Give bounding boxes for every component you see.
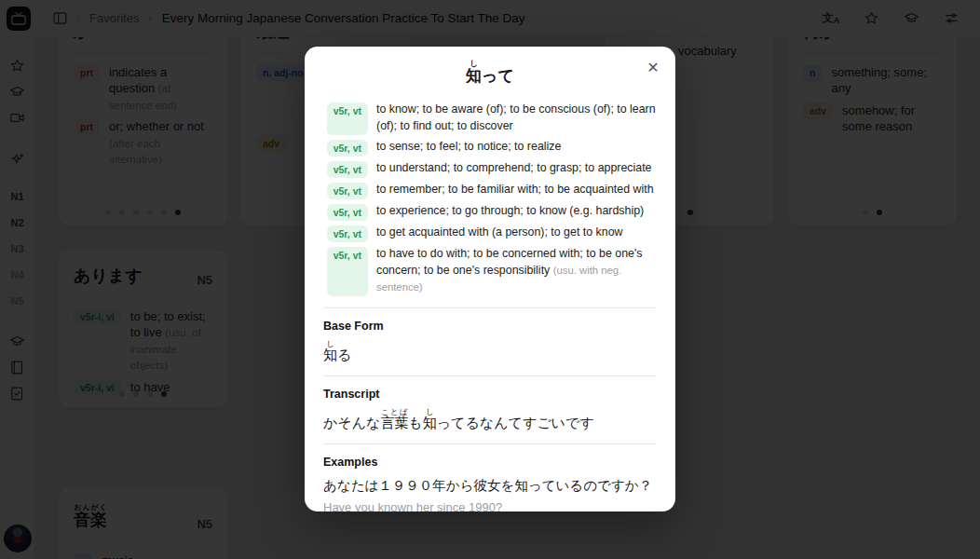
examples-label: Examples — [323, 456, 657, 469]
definition-row: v5r, vt to understand; to comprehend; to… — [323, 160, 657, 178]
definition-row: v5r, vt to sense; to feel; to notice; to… — [323, 139, 657, 157]
pos-tag: v5r, vt — [327, 225, 368, 242]
definition-text: to understand; to comprehend; to grasp; … — [376, 160, 652, 178]
pos-tag: v5r, vt — [327, 161, 368, 178]
pos-tag: v5r, vt — [327, 247, 368, 296]
section-divider — [323, 375, 657, 376]
pos-tag: v5r, vt — [327, 204, 368, 221]
definition-row: v5r, vt to remember; to be familiar with… — [323, 182, 657, 199]
close-icon[interactable]: ✕ — [643, 57, 663, 77]
word-title: 知しって — [323, 60, 657, 87]
definition-text: to sense; to feel; to notice; to realize — [376, 139, 561, 157]
definition-row: v5r, vt to experience; to go through; to… — [323, 203, 657, 221]
pos-tag: v5r, vt — [327, 102, 368, 135]
definition-text: to get acquainted with (a person); to ge… — [376, 225, 623, 242]
pos-tag: v5r, vt — [327, 183, 368, 199]
definition-row: v5r, vt to have to do with; to be concer… — [323, 246, 657, 296]
example-sentence-en: Have you known her since 1990? — [323, 500, 657, 511]
section-divider — [323, 443, 657, 444]
base-form-value: 知しる — [323, 340, 657, 364]
definition-text: to remember; to be familiar with; to be … — [376, 182, 654, 199]
transcript-label: Transcript — [323, 388, 657, 401]
definition-row: v5r, vt to get acquainted with (a person… — [323, 225, 657, 242]
transcript-value: かそんな言葉ことばも知しってるなんてすごいです — [323, 408, 657, 432]
example-sentence-jp: あなたは１９９０年から彼女を知っているのですか？ — [323, 476, 657, 495]
definition-text: to experience; to go through; to know (e… — [376, 203, 644, 221]
definition-row: v5r, vt to know; to be aware (of); to be… — [323, 102, 657, 135]
definition-text: to know; to be aware (of); to be conscio… — [376, 102, 657, 135]
word-detail-modal: ✕ 知しって v5r, vt to know; to be aware (of)… — [305, 47, 675, 511]
base-form-label: Base Form — [323, 320, 657, 333]
pos-tag: v5r, vt — [327, 140, 368, 157]
section-divider — [323, 307, 657, 308]
definition-list: v5r, vt to know; to be aware (of); to be… — [323, 102, 657, 296]
